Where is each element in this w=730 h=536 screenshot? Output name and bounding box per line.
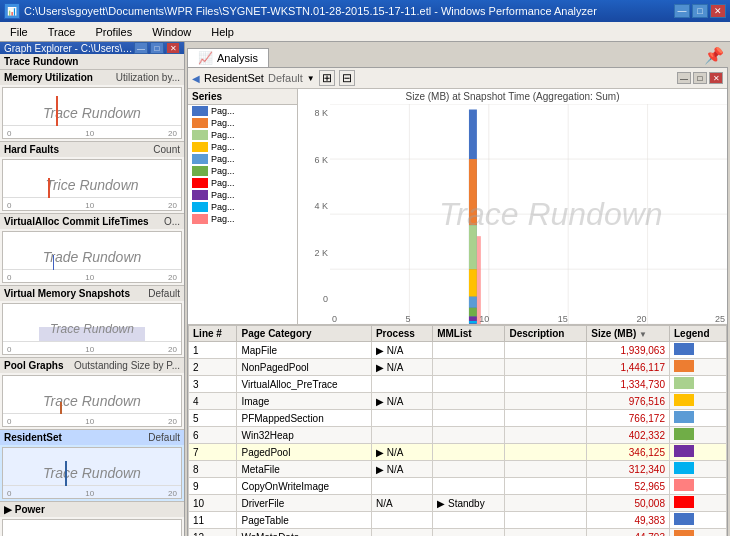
series-item-3[interactable]: Pag... (188, 141, 297, 153)
cell-mmlist (433, 461, 505, 478)
cell-size: 52,965 (587, 478, 670, 495)
chart-svg-container: Trace Rundown 0 5 10 15 20 25 (330, 104, 727, 324)
section-virtualalloc-sub: O... (164, 216, 180, 227)
section-power-header[interactable]: ▶ Power (0, 502, 184, 517)
table-row[interactable]: 2 NonPagedPool ▶ N/A 1,446,117 (189, 359, 727, 376)
cell-size: 44,793 (587, 529, 670, 536)
series-color-6 (192, 178, 208, 188)
memory-thumbnail[interactable]: Trace Rundown 01020 (2, 87, 182, 139)
chart-area[interactable]: 8 K 6 K 4 K 2 K 0 (298, 104, 727, 324)
col-size[interactable]: Size (MB) ▼ (587, 326, 670, 342)
series-color-7 (192, 190, 208, 200)
ge-minimize[interactable]: — (134, 42, 148, 54)
series-item-7[interactable]: Pag... (188, 189, 297, 201)
cell-legend (669, 461, 726, 478)
rs-dropdown-icon[interactable]: ▼ (307, 74, 315, 83)
col-line[interactable]: Line # (189, 326, 237, 342)
rs-expand-icon[interactable]: ◀ (192, 73, 200, 84)
x-label-0: 0 (332, 314, 337, 324)
series-item-0[interactable]: Pag... (188, 105, 297, 117)
series-name-9: Pag... (211, 214, 235, 224)
series-item-2[interactable]: Pag... (188, 129, 297, 141)
rs-title: ResidentSet (204, 72, 264, 84)
section-hardfaults-header[interactable]: Hard Faults Count (0, 142, 184, 157)
maximize-button[interactable]: □ (692, 4, 708, 18)
ge-maximize[interactable]: □ (150, 42, 164, 54)
section-hardfaults: Hard Faults Count Trice Rundown 01020 (0, 142, 184, 214)
graph-explorer-controls[interactable]: — □ ✕ (134, 42, 180, 54)
section-memory-header[interactable]: Memory Utilization Utilization by... (0, 70, 184, 85)
cell-mmlist (433, 478, 505, 495)
cell-category: MetaFile (237, 461, 371, 478)
minimize-button[interactable]: — (674, 4, 690, 18)
rs-grid-btn2[interactable]: ⊟ (339, 70, 355, 86)
section-residentset-header[interactable]: ResidentSet Default (0, 430, 184, 445)
series-item-1[interactable]: Pag... (188, 117, 297, 129)
cell-process: ▶ N/A (371, 342, 432, 359)
series-item-5[interactable]: Pag... (188, 165, 297, 177)
series-item-4[interactable]: Pag... (188, 153, 297, 165)
menu-file[interactable]: File (4, 24, 34, 40)
menu-trace[interactable]: Trace (42, 24, 82, 40)
pool-thumbnail[interactable]: Trace Rundown 01020 (2, 375, 182, 427)
menu-profiles[interactable]: Profiles (89, 24, 138, 40)
cell-size: 346,125 (587, 444, 670, 461)
cell-category: WsMetaData (237, 529, 371, 536)
rs-content: Series Pag...Pag...Pag...Pag...Pag...Pag… (188, 89, 727, 324)
series-name-8: Pag... (211, 202, 235, 212)
series-item-9[interactable]: Pag... (188, 213, 297, 225)
power-thumbnail[interactable]: Trace Rundown 01020 (2, 519, 182, 536)
rs-close[interactable]: ✕ (709, 72, 723, 84)
col-legend[interactable]: Legend (669, 326, 726, 342)
pin-icon[interactable]: 📌 (700, 44, 728, 67)
col-description[interactable]: Description (505, 326, 587, 342)
analysis-tab-icon: 📈 (198, 51, 213, 65)
table-row[interactable]: 10 DriverFile N/A ▶ Standby 50,008 (189, 495, 727, 512)
x-label-10: 10 (479, 314, 489, 324)
data-table[interactable]: Line # Page Category Process MMList Desc… (188, 324, 727, 536)
section-virtualalloc-header[interactable]: VirtualAlloc Commit LifeTimes O... (0, 214, 184, 229)
table-row[interactable]: 6 Win32Heap 402,332 (189, 427, 727, 444)
table-row[interactable]: 11 PageTable 49,383 (189, 512, 727, 529)
section-vmsnapshots-header[interactable]: Virtual Memory Snapshots Default (0, 286, 184, 301)
hardfaults-thumbnail[interactable]: Trice Rundown 01020 (2, 159, 182, 211)
rs-header-controls[interactable]: — □ ✕ (677, 72, 723, 84)
table: Line # Page Category Process MMList Desc… (188, 325, 727, 536)
table-row[interactable]: 12 WsMetaData 44,793 (189, 529, 727, 536)
section-pool-header[interactable]: Pool Graphs Outstanding Size by P... (0, 358, 184, 373)
col-process[interactable]: Process (371, 326, 432, 342)
section-trace-top-header[interactable]: Trace Rundown (0, 54, 184, 69)
table-row[interactable]: 9 CopyOnWriteImage 52,965 (189, 478, 727, 495)
col-mmlist[interactable]: MMList (433, 326, 505, 342)
vmsnapshots-thumbnail[interactable]: Trace Rundown 01020 (2, 303, 182, 355)
cell-process: ▶ N/A (371, 359, 432, 376)
rs-minimize[interactable]: — (677, 72, 691, 84)
table-row[interactable]: 1 MapFile ▶ N/A 1,939,063 (189, 342, 727, 359)
cell-process (371, 529, 432, 536)
table-row[interactable]: 8 MetaFile ▶ N/A 312,340 (189, 461, 727, 478)
tab-analysis[interactable]: 📈 Analysis (187, 48, 269, 67)
cell-mmlist (433, 512, 505, 529)
rs-grid-btn1[interactable]: ⊞ (319, 70, 335, 86)
table-row[interactable]: 4 Image ▶ N/A 976,516 (189, 393, 727, 410)
residentset-watermark: Trace Rundown (43, 465, 141, 481)
titlebar-text: C:\Users\sgoyett\Documents\WPR Files\SYG… (24, 5, 597, 17)
series-item-6[interactable]: Pag... (188, 177, 297, 189)
table-row[interactable]: 3 VirtualAlloc_PreTrace 1,334,730 (189, 376, 727, 393)
col-category[interactable]: Page Category (237, 326, 371, 342)
y-label-8k: 8 K (314, 108, 328, 118)
titlebar-controls[interactable]: — □ ✕ (674, 4, 726, 18)
series-item-8[interactable]: Pag... (188, 201, 297, 213)
rs-maximize[interactable]: □ (693, 72, 707, 84)
close-button[interactable]: ✕ (710, 4, 726, 18)
table-row[interactable]: 7 PagedPool ▶ N/A 346,125 (189, 444, 727, 461)
menu-help[interactable]: Help (205, 24, 240, 40)
menu-window[interactable]: Window (146, 24, 197, 40)
cell-mmlist (433, 410, 505, 427)
cell-mmlist (433, 376, 505, 393)
ge-close[interactable]: ✕ (166, 42, 180, 54)
virtualalloc-thumbnail[interactable]: Trade Rundown 01020 (2, 231, 182, 283)
table-row[interactable]: 5 PFMappedSection 766,172 (189, 410, 727, 427)
cell-mmlist (433, 393, 505, 410)
residentset-thumbnail[interactable]: Trace Rundown 01020 (2, 447, 182, 499)
